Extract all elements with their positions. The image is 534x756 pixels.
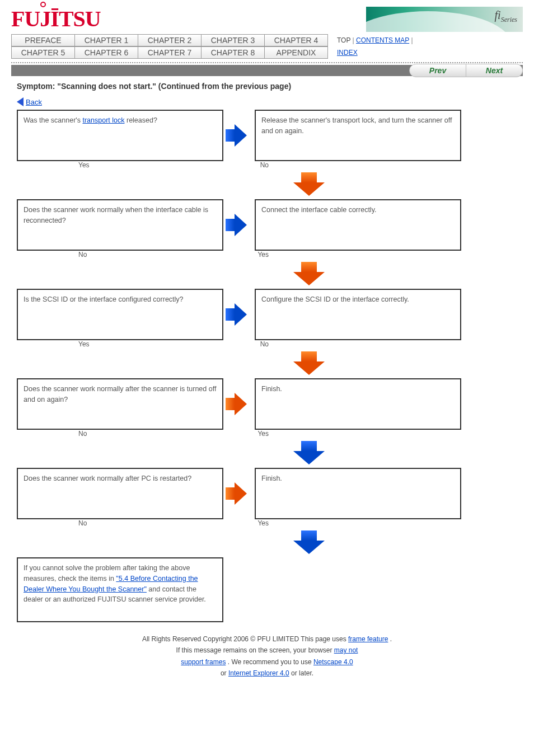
may-not-link[interactable]: may not [334, 646, 358, 654]
tab-chapter-5[interactable]: CHAPTER 5 [12, 47, 75, 58]
triangle-left-icon [17, 97, 24, 106]
step-5-question: Does the scanner work normally after PC … [17, 468, 223, 519]
yes-label: Yes [257, 430, 269, 438]
arrow-down-icon [101, 530, 517, 554]
arrow-right-icon [226, 303, 250, 326]
contents-map-link[interactable]: CONTENTS MAP [356, 36, 409, 44]
step-1-row: Was the scanner's transport lock release… [17, 110, 517, 161]
gray-toolbar: Prev Next [11, 65, 523, 76]
footer-line-4: or Internet Explorer 4.0 or later. [17, 668, 517, 679]
copyright: All Rights Reserved Copyright 2006 © PFU… [142, 635, 299, 643]
nav-row-1: PREFACE CHAPTER 1 CHAPTER 2 CHAPTER 3 CH… [0, 34, 534, 46]
flow-diagram: Was the scanner's transport lock release… [17, 110, 517, 622]
step-1-post: released? [127, 116, 157, 124]
tab-chapter-8[interactable]: CHAPTER 8 [202, 47, 265, 58]
prev-next-controls: Prev Next [409, 64, 523, 77]
logo-infinity-icon [40, 2, 46, 7]
fujitsu-logo: FUJĪTSU [11, 6, 101, 32]
section-title: Symptom: "Scanning does not start." (Con… [17, 82, 517, 91]
no-label: No [78, 251, 87, 259]
back-link[interactable]: Back [26, 98, 42, 106]
ie-link[interactable]: Internet Explorer 4.0 [228, 669, 289, 677]
back-link-row[interactable]: Back [17, 97, 534, 106]
logo-text: FUJĪTSU [11, 6, 101, 31]
nav-row-2: CHAPTER 5 CHAPTER 6 CHAPTER 7 CHAPTER 8 … [0, 46, 534, 59]
yes-label: Yes [78, 161, 90, 169]
dotted-divider [11, 62, 523, 63]
top-right-links-1: TOP | CONTENTS MAP | [337, 36, 413, 44]
prev-button[interactable]: Prev [409, 64, 466, 77]
step-4-answer: Finish. [255, 378, 461, 430]
step-4-row: Does the scanner work normally after the… [17, 378, 517, 430]
support-frames-link[interactable]: support frames [181, 658, 226, 666]
yes-label: Yes [257, 251, 269, 259]
top-right-links-2: INDEX [337, 49, 358, 57]
step-3-question: Is the SCSI ID or the interface configur… [17, 289, 223, 340]
footer-line-1: All Rights Reserved Copyright 2006 © PFU… [17, 633, 517, 645]
arrow-right-icon [226, 214, 250, 236]
arrow-right-icon [226, 393, 250, 415]
arrow-down-icon [101, 351, 517, 375]
step-4-question: Does the scanner work normally after the… [17, 378, 223, 430]
step-5-row: Does the scanner work normally after PC … [17, 468, 517, 519]
no-label: No [260, 161, 269, 169]
no-label: No [260, 340, 269, 348]
frame-feature-link[interactable]: frame feature [348, 635, 388, 643]
yes-label: Yes [257, 519, 269, 527]
arrow-down-icon [101, 262, 517, 285]
yes-label: Yes [78, 340, 90, 348]
footer-line-2: If this message remains on the screen, y… [17, 645, 517, 656]
no-label: No [78, 430, 87, 438]
step-2-row: Does the scanner work normally when the … [17, 199, 517, 251]
tab-chapter-6[interactable]: CHAPTER 6 [75, 47, 138, 58]
step-2-answer: Connect the interface cable correctly. [255, 199, 461, 251]
top-label: TOP [337, 36, 350, 44]
arrow-right-icon [226, 124, 250, 147]
tab-appendix[interactable]: APPENDIX [265, 47, 328, 58]
tab-chapter-2[interactable]: CHAPTER 2 [138, 35, 202, 46]
tab-chapter-7[interactable]: CHAPTER 7 [138, 47, 202, 58]
index-link[interactable]: INDEX [337, 49, 358, 57]
tab-chapter-3[interactable]: CHAPTER 3 [202, 35, 265, 46]
tabs-row-1: PREFACE CHAPTER 1 CHAPTER 2 CHAPTER 3 CH… [11, 34, 328, 46]
step-1-answer: Release the scanner's transport lock, an… [255, 110, 461, 161]
step-1-pre: Was the scanner's [24, 116, 82, 124]
tab-chapter-4[interactable]: CHAPTER 4 [265, 35, 328, 46]
tab-preface[interactable]: PREFACE [12, 35, 75, 46]
banner-fi: fiSeries [495, 9, 517, 24]
footer-line-3: support frames . We recommend you to use… [17, 656, 517, 668]
step-2-question: Does the scanner work normally when the … [17, 199, 223, 251]
final-row: If you cannot solve the problem after ta… [17, 557, 517, 622]
next-button[interactable]: Next [466, 64, 523, 77]
page-footer: All Rights Reserved Copyright 2006 © PFU… [17, 633, 517, 679]
step-1-question: Was the scanner's transport lock release… [17, 110, 223, 161]
arrow-down-icon [101, 172, 517, 196]
tabs-row-2: CHAPTER 5 CHAPTER 6 CHAPTER 7 CHAPTER 8 … [11, 46, 328, 59]
step-5-answer: Finish. [255, 468, 461, 519]
final-instruction: If you cannot solve the problem after ta… [17, 557, 223, 622]
step-3-answer: Configure the SCSI ID or the interface c… [255, 289, 461, 340]
no-label: No [78, 519, 87, 527]
fi-series-banner: fiSeries [366, 7, 523, 32]
separator: | [411, 36, 413, 44]
transport-lock-link[interactable]: transport lock [82, 116, 124, 124]
netscape-link[interactable]: Netscape 4.0 [313, 658, 353, 666]
banner-curve [366, 11, 512, 32]
page-header: FUJĪTSU fiSeries [0, 0, 534, 34]
arrow-right-icon [226, 482, 250, 505]
arrow-down-icon [101, 441, 517, 464]
step-3-row: Is the SCSI ID or the interface configur… [17, 289, 517, 340]
tab-chapter-1[interactable]: CHAPTER 1 [75, 35, 138, 46]
